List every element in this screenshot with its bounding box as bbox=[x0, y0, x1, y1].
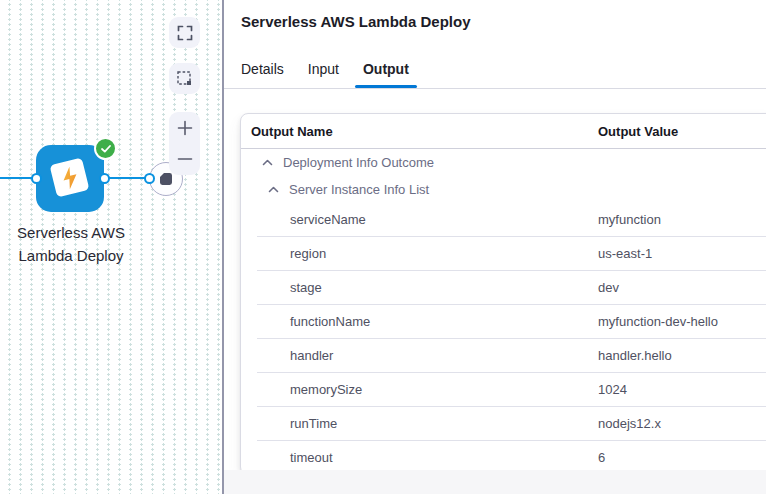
tab-bar: Details Input Output bbox=[224, 57, 766, 89]
output-name-cell: memorySize bbox=[241, 382, 598, 397]
output-name-cell: functionName bbox=[241, 314, 598, 329]
group-label: Deployment Info Outcome bbox=[283, 155, 434, 170]
node-port-right[interactable] bbox=[99, 173, 110, 184]
output-table-card: Output Name Output Value Deployment Info… bbox=[240, 113, 766, 475]
tab-input[interactable]: Input bbox=[300, 57, 347, 87]
group-row[interactable]: Deployment Info Outcome bbox=[241, 149, 766, 176]
success-check-icon bbox=[94, 137, 117, 160]
panel-footer-strip bbox=[224, 470, 766, 494]
output-name-cell: stage bbox=[241, 280, 598, 295]
pipeline-canvas[interactable]: Serverless AWS Lambda Deploy bbox=[0, 0, 222, 494]
table-row: regionus-east-1 bbox=[241, 237, 766, 270]
table-row: memorySize1024 bbox=[241, 373, 766, 406]
output-name-cell: handler bbox=[241, 348, 598, 363]
group-row[interactable]: Server Instance Info List bbox=[241, 176, 766, 203]
output-value-cell: 6 bbox=[598, 450, 766, 465]
table-row: functionNamemyfunction-dev-hello bbox=[241, 305, 766, 338]
output-value-cell: dev bbox=[598, 280, 766, 295]
plus-icon bbox=[176, 119, 194, 137]
chevron-up-icon bbox=[262, 159, 273, 166]
fullscreen-icon bbox=[177, 25, 193, 41]
doc-port-left[interactable] bbox=[144, 173, 155, 184]
step-node-serverless-lambda-deploy[interactable] bbox=[36, 145, 104, 212]
table-row: stagedev bbox=[241, 271, 766, 304]
output-value-cell: us-east-1 bbox=[598, 246, 766, 261]
output-value-cell: myfunction bbox=[598, 212, 766, 227]
column-header-output-value: Output Value bbox=[598, 124, 766, 139]
table-row: handlerhandler.hello bbox=[241, 339, 766, 372]
output-value-cell: 1024 bbox=[598, 382, 766, 397]
node-label: Serverless AWS Lambda Deploy bbox=[0, 221, 142, 267]
table-body: Deployment Info OutcomeServer Instance I… bbox=[241, 149, 766, 474]
output-value-cell: myfunction-dev-hello bbox=[598, 314, 766, 329]
output-value-cell: handler.hello bbox=[598, 348, 766, 363]
column-header-output-name: Output Name bbox=[241, 124, 598, 139]
output-name-cell: serviceName bbox=[241, 212, 598, 227]
zoom-out-button[interactable] bbox=[169, 144, 200, 176]
fullscreen-button[interactable] bbox=[169, 17, 200, 48]
minus-icon bbox=[176, 150, 194, 168]
zoom-in-button[interactable] bbox=[169, 112, 200, 144]
table-header-row: Output Name Output Value bbox=[241, 114, 766, 149]
marquee-select-button[interactable] bbox=[169, 63, 200, 94]
tab-output[interactable]: Output bbox=[355, 57, 417, 87]
page-title: Serverless AWS Lambda Deploy bbox=[241, 12, 766, 32]
step-details-panel: Serverless AWS Lambda Deploy Details Inp… bbox=[224, 0, 766, 494]
table-row: serviceNamemyfunction bbox=[241, 203, 766, 236]
tab-details[interactable]: Details bbox=[233, 57, 292, 87]
output-name-cell: runTime bbox=[241, 416, 598, 431]
table-row: runTimenodejs12.x bbox=[241, 407, 766, 440]
chevron-up-icon bbox=[268, 186, 279, 193]
output-value-cell: nodejs12.x bbox=[598, 416, 766, 431]
output-name-cell: timeout bbox=[241, 450, 598, 465]
zoom-controls bbox=[169, 112, 200, 175]
group-label: Server Instance Info List bbox=[289, 182, 429, 197]
output-name-cell: region bbox=[241, 246, 598, 261]
aws-lambda-lightning-icon bbox=[49, 157, 89, 197]
marquee-select-icon bbox=[176, 70, 193, 87]
node-port-left[interactable] bbox=[31, 173, 42, 184]
